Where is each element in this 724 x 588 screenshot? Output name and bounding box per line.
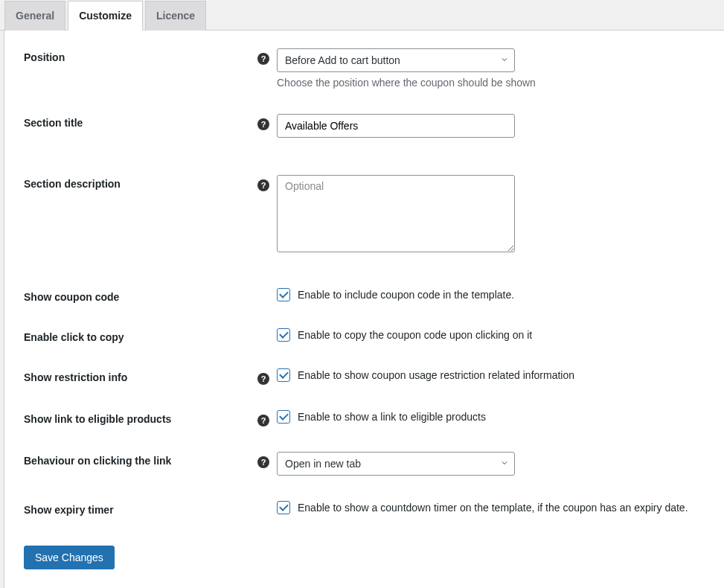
help-icon[interactable]: ? — [257, 118, 269, 130]
help-icon[interactable]: ? — [257, 53, 269, 65]
tab-licence[interactable]: Licence — [145, 1, 206, 31]
tab-customize[interactable]: Customize — [68, 1, 143, 31]
tabs-nav: General Customize Licence — [0, 0, 724, 31]
label-link-eligible: Show link to eligible products — [24, 410, 247, 425]
expiry-timer-desc: Enable to show a countdown timer on the … — [298, 502, 688, 514]
tab-general[interactable]: General — [4, 1, 65, 31]
help-icon[interactable]: ? — [257, 373, 269, 385]
label-position: Position — [24, 48, 247, 63]
row-link-eligible: Show link to eligible products ? Enable … — [24, 410, 705, 426]
behaviour-select[interactable]: Open in new tab — [277, 452, 515, 476]
click-to-copy-checkbox[interactable] — [277, 328, 290, 342]
position-description: Choose the position where the coupon sho… — [277, 77, 705, 89]
click-to-copy-desc: Enable to copy the coupon code upon clic… — [298, 329, 532, 341]
customize-panel: Position ? Before Add to cart button Cho… — [4, 31, 724, 588]
save-button[interactable]: Save Changes — [24, 546, 115, 569]
row-expiry-timer: Show expiry timer Enable to show a count… — [24, 501, 705, 516]
section-title-input[interactable] — [277, 114, 515, 138]
label-behaviour-link: Behaviour on clicking the link — [24, 452, 247, 467]
link-eligible-checkbox[interactable] — [277, 410, 290, 424]
label-section-title: Section title — [24, 114, 247, 129]
position-select[interactable]: Before Add to cart button — [277, 48, 515, 72]
link-eligible-desc: Enable to show a link to eligible produc… — [298, 411, 486, 423]
show-coupon-code-desc: Enable to include coupon code in the tem… — [298, 289, 514, 301]
row-section-description: Section description ? — [24, 175, 705, 252]
label-show-coupon-code: Show coupon code — [24, 288, 247, 303]
help-icon[interactable]: ? — [257, 456, 269, 468]
row-show-coupon-code: Show coupon code Enable to include coupo… — [24, 288, 705, 303]
help-icon[interactable]: ? — [257, 179, 269, 191]
restriction-info-desc: Enable to show coupon usage restriction … — [298, 369, 574, 381]
section-description-textarea[interactable] — [277, 175, 515, 252]
help-icon[interactable]: ? — [257, 415, 269, 426]
restriction-info-checkbox[interactable] — [277, 368, 290, 382]
row-click-to-copy: Enable click to copy Enable to copy the … — [24, 328, 705, 343]
row-restriction-info: Show restriction info ? Enable to show c… — [24, 368, 705, 385]
expiry-timer-checkbox[interactable] — [277, 501, 290, 514]
label-section-description: Section description — [24, 175, 247, 190]
row-behaviour-link: Behaviour on clicking the link ? Open in… — [24, 452, 705, 476]
row-position: Position ? Before Add to cart button Cho… — [24, 48, 705, 89]
label-click-to-copy: Enable click to copy — [24, 328, 247, 343]
label-restriction-info: Show restriction info — [24, 368, 247, 383]
behaviour-select-wrap: Open in new tab — [277, 452, 515, 476]
row-section-title: Section title ? — [24, 114, 705, 138]
position-select-wrap: Before Add to cart button — [277, 48, 515, 72]
label-expiry-timer: Show expiry timer — [24, 501, 247, 516]
show-coupon-code-checkbox[interactable] — [277, 288, 290, 301]
